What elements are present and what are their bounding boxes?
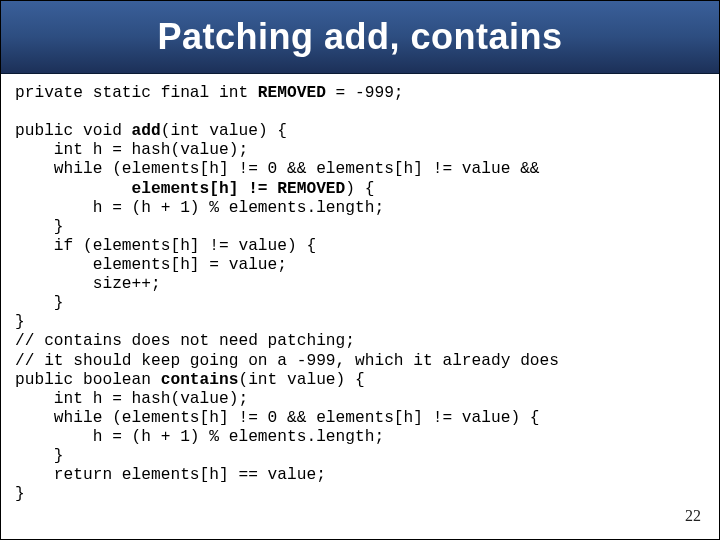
code-line: elements[h] = value; — [15, 256, 287, 274]
code-line: } — [15, 313, 25, 331]
slide-title: Patching add, contains — [157, 16, 562, 58]
code-block: private static final int REMOVED = -999;… — [15, 84, 705, 504]
code-line: while (elements[h] != 0 && elements[h] !… — [15, 160, 540, 178]
code-line: private static final int REMOVED = -999; — [15, 84, 404, 102]
code-line: // contains does not need patching; — [15, 332, 355, 350]
code-line: public boolean contains(int value) { — [15, 371, 365, 389]
code-line: } — [15, 294, 64, 312]
slide: Patching add, contains private static fi… — [0, 0, 720, 540]
code-line: public void add(int value) { — [15, 122, 287, 140]
code-line: if (elements[h] != value) { — [15, 237, 316, 255]
title-bar: Patching add, contains — [1, 1, 719, 74]
code-line: elements[h] != REMOVED) { — [15, 180, 374, 198]
code-line: } — [15, 485, 25, 503]
page-number: 22 — [685, 507, 701, 525]
code-line: h = (h + 1) % elements.length; — [15, 428, 384, 446]
code-line: } — [15, 218, 64, 236]
code-line: return elements[h] == value; — [15, 466, 326, 484]
code-line: h = (h + 1) % elements.length; — [15, 199, 384, 217]
code-line: int h = hash(value); — [15, 141, 248, 159]
code-line: while (elements[h] != 0 && elements[h] !… — [15, 409, 540, 427]
code-line: int h = hash(value); — [15, 390, 248, 408]
code-line: size++; — [15, 275, 161, 293]
code-line: } — [15, 447, 64, 465]
code-line: // it should keep going on a -999, which… — [15, 352, 559, 370]
slide-body: private static final int REMOVED = -999;… — [1, 74, 719, 504]
